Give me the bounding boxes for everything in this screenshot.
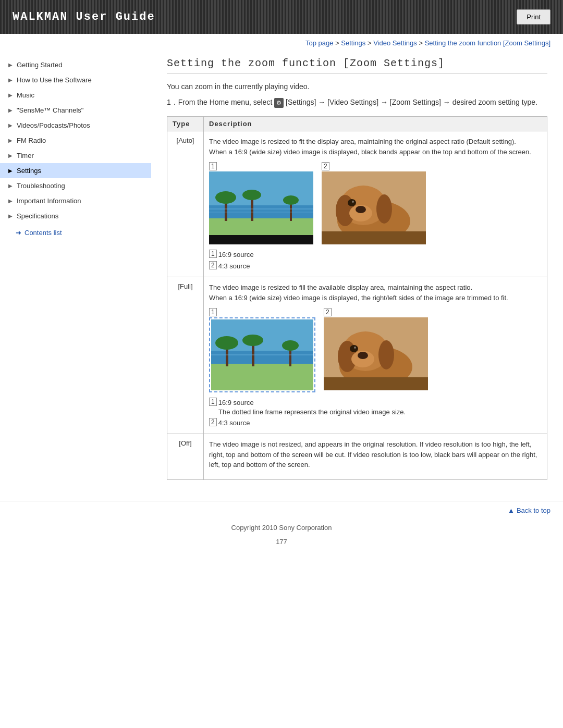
chevron-right-icon: ▶ xyxy=(8,183,13,189)
sidebar-item-music[interactable]: ▶ Music xyxy=(0,88,151,103)
svg-point-5 xyxy=(215,191,236,204)
chevron-right-icon: ▶ xyxy=(8,77,13,83)
chevron-right-icon: ▶ xyxy=(8,198,13,204)
svg-point-26 xyxy=(215,336,238,350)
table-row: [Full] The video image is resized to fil… xyxy=(167,277,547,434)
step1-text: 1．From the Home menu, select ⚙ [Settings… xyxy=(167,97,547,108)
sidebar-label: Videos/Podcasts/Photos xyxy=(17,121,90,129)
copyright-text: Copyright 2010 Sony Corporation xyxy=(0,520,563,536)
triangle-up-icon: ▲ xyxy=(508,507,515,514)
svg-rect-21 xyxy=(322,231,426,244)
app-title: WALKMAN User Guide xyxy=(13,10,155,23)
table-row: [Off] The video image is not resized, an… xyxy=(167,434,547,480)
chevron-right-icon: ▶ xyxy=(8,92,13,98)
page-title: Setting the zoom function [Zoom Settings… xyxy=(167,57,547,74)
auto-img2: 2 xyxy=(322,162,426,244)
sidebar-item-fm-radio[interactable]: ▶ FM Radio xyxy=(0,133,151,148)
sidebar-label: Troubleshooting xyxy=(17,182,65,190)
back-to-top-label: Back to top xyxy=(517,507,550,514)
svg-point-40 xyxy=(354,347,356,349)
zoom-table: Type Description [Auto] The video image … xyxy=(167,116,547,480)
dog-scene-1 xyxy=(322,171,426,244)
col-desc-header: Description xyxy=(204,117,547,131)
full-images-row: 1 xyxy=(209,308,542,392)
sidebar-item-troubleshooting[interactable]: ▶ Troubleshooting xyxy=(0,178,151,193)
sidebar-label: Specifications xyxy=(17,212,58,220)
settings-icon: ⚙ xyxy=(274,98,284,108)
beach-scene-2 xyxy=(211,319,313,390)
svg-point-30 xyxy=(282,340,299,351)
sidebar-item-specifications[interactable]: ▶ Specifications xyxy=(0,208,151,224)
page-number: 177 xyxy=(0,536,563,548)
svg-point-28 xyxy=(242,335,263,346)
svg-point-39 xyxy=(350,345,358,352)
breadcrumb: Top page > Settings > Video Settings > S… xyxy=(0,34,563,52)
svg-point-38 xyxy=(358,352,368,359)
sidebar-label: "SensMe™ Channels" xyxy=(17,106,83,114)
sidebar-label: Timer xyxy=(17,152,34,159)
back-to-top-link[interactable]: ▲ Back to top xyxy=(508,507,550,514)
chevron-right-icon: ▶ xyxy=(8,213,13,219)
col-type-header: Type xyxy=(167,117,204,131)
desc-auto: The video image is resized to fit the di… xyxy=(204,131,547,277)
sidebar-label: Music xyxy=(17,91,34,99)
svg-rect-24 xyxy=(211,364,313,390)
full-img1: 1 xyxy=(209,308,315,392)
main-layout: ▶ Getting Started ▶ How to Use the Softw… xyxy=(0,52,563,490)
chevron-right-icon: ▶ xyxy=(8,153,13,158)
desc-full: The video image is resized to fill the a… xyxy=(204,277,547,434)
chevron-right-icon: ▶ xyxy=(8,62,13,68)
contents-link-label: Contents list xyxy=(25,229,62,237)
sidebar-item-sensme[interactable]: ▶ "SensMe™ Channels" xyxy=(0,103,151,118)
beach-scene-1 xyxy=(209,171,313,244)
svg-point-20 xyxy=(352,201,354,203)
svg-rect-41 xyxy=(324,377,428,390)
desc-off: The video image is not resized, and appe… xyxy=(204,434,547,480)
sidebar-label: FM Radio xyxy=(17,137,46,144)
sidebar-label: Settings xyxy=(17,167,41,175)
sidebar-item-timer[interactable]: ▶ Timer xyxy=(0,148,151,163)
page-header: WALKMAN User Guide Print xyxy=(0,0,563,34)
chevron-right-icon: ▶ xyxy=(8,122,13,128)
arrow-right-icon: ➜ xyxy=(16,229,21,237)
sidebar-item-settings[interactable]: ▶ Settings xyxy=(0,163,151,178)
intro-text: You can zoom in the currently playing vi… xyxy=(167,82,547,91)
type-off: [Off] xyxy=(167,434,204,480)
sidebar-item-getting-started[interactable]: ▶ Getting Started xyxy=(0,57,151,72)
type-auto: [Auto] xyxy=(167,131,204,277)
print-button[interactable]: Print xyxy=(517,9,550,24)
dog-scene-2 xyxy=(324,317,428,390)
svg-point-7 xyxy=(242,190,261,200)
chevron-right-icon: ▶ xyxy=(8,107,13,113)
table-row: [Auto] The video image is resized to fit… xyxy=(167,131,547,277)
main-content: Setting the zoom function [Zoom Settings… xyxy=(151,52,563,490)
sidebar-label: How to Use the Software xyxy=(17,76,92,84)
auto-images-row: 1 xyxy=(209,162,542,244)
chevron-right-icon: ▶ xyxy=(8,138,13,143)
svg-point-18 xyxy=(356,206,366,213)
contents-list-link[interactable]: ➜ Contents list xyxy=(0,224,151,242)
svg-point-9 xyxy=(283,195,299,205)
sidebar-item-how-to-use[interactable]: ▶ How to Use the Software xyxy=(0,72,151,88)
sidebar-label: Getting Started xyxy=(17,61,62,69)
svg-rect-3 xyxy=(209,235,313,244)
sidebar-label: Important Information xyxy=(17,197,81,205)
auto-img1: 1 xyxy=(209,162,313,244)
type-full: [Full] xyxy=(167,277,204,434)
sidebar: ▶ Getting Started ▶ How to Use the Softw… xyxy=(0,52,151,490)
footer-bar: ▲ Back to top xyxy=(0,501,563,520)
svg-point-36 xyxy=(378,340,394,369)
svg-point-19 xyxy=(348,199,356,206)
sidebar-item-important-info[interactable]: ▶ Important Information xyxy=(0,193,151,208)
svg-point-16 xyxy=(376,194,392,224)
dashed-frame xyxy=(209,317,315,392)
chevron-right-icon: ▶ xyxy=(8,168,13,174)
sidebar-item-videos[interactable]: ▶ Videos/Podcasts/Photos xyxy=(0,118,151,133)
full-img2: 2 xyxy=(324,308,428,390)
